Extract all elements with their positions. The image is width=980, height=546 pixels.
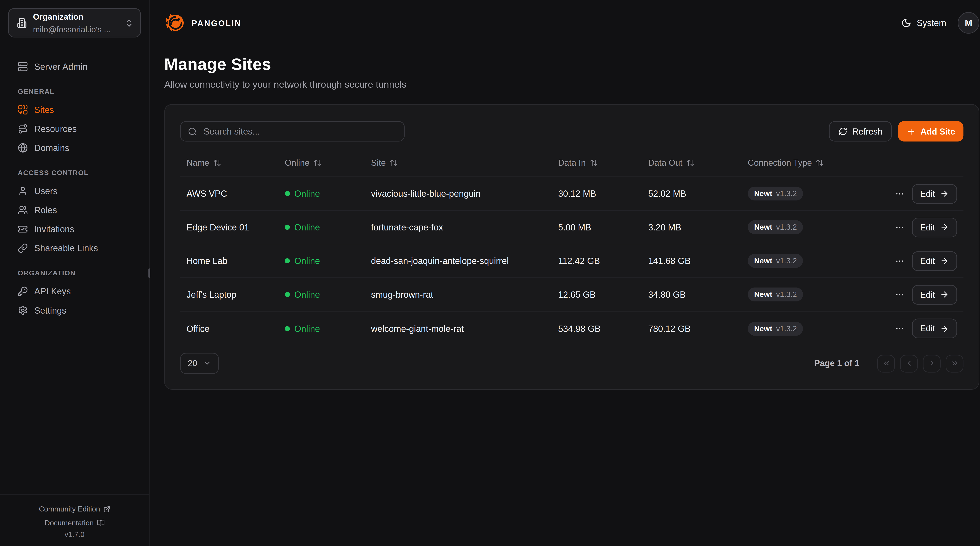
row-menu-button[interactable] bbox=[895, 290, 904, 299]
sidebar-item-api-keys[interactable]: API Keys bbox=[8, 282, 141, 301]
sidebar-item-label: Server Admin bbox=[34, 62, 88, 72]
connection-version: v1.3.2 bbox=[776, 290, 797, 299]
site-status-cell: Online bbox=[285, 323, 371, 334]
key-icon bbox=[18, 286, 28, 296]
column-header-label: Site bbox=[371, 158, 386, 167]
column-header-data-out[interactable]: Data Out bbox=[648, 158, 748, 167]
org-switcher[interactable]: Organization milo@fossorial.io's ... bbox=[8, 8, 141, 37]
sidebar-resize-handle[interactable] bbox=[148, 268, 150, 278]
community-edition-label: Community Edition bbox=[39, 505, 100, 513]
arrow-right-icon bbox=[940, 223, 949, 231]
building-icon bbox=[16, 18, 27, 28]
chevron-right-icon bbox=[928, 359, 936, 367]
add-site-button[interactable]: Add Site bbox=[898, 121, 964, 142]
refresh-button[interactable]: Refresh bbox=[829, 121, 892, 142]
table-row: Home Lab Online dead-san-joaquin-antelop… bbox=[180, 244, 963, 278]
sidebar-item-label: Domains bbox=[34, 143, 69, 153]
sites-table: Name Online Site Data In bbox=[180, 148, 963, 345]
column-header-name[interactable]: Name bbox=[186, 158, 285, 167]
connection-type-badge: Newt v1.3.2 bbox=[748, 321, 803, 335]
pangolin-logo-icon bbox=[164, 12, 186, 34]
first-page-button[interactable] bbox=[877, 354, 895, 372]
site-name-cell: AWS VPC bbox=[186, 188, 285, 199]
avatar[interactable]: M bbox=[958, 12, 979, 34]
sidebar: Organization milo@fossorial.io's ... Ser… bbox=[0, 0, 150, 546]
theme-toggle-button[interactable]: System bbox=[901, 18, 946, 28]
theme-toggle-label: System bbox=[917, 18, 946, 28]
sidebar-item-server-admin[interactable]: Server Admin bbox=[8, 57, 141, 76]
column-header-connection-type[interactable]: Connection Type bbox=[748, 158, 902, 167]
ellipsis-icon bbox=[895, 189, 904, 198]
documentation-link[interactable]: Documentation bbox=[6, 516, 143, 530]
app-window: Organization milo@fossorial.io's ... Ser… bbox=[0, 0, 980, 546]
column-header-label: Online bbox=[285, 158, 310, 167]
edit-button[interactable]: Edit bbox=[912, 318, 957, 338]
column-header-data-in[interactable]: Data In bbox=[558, 158, 648, 167]
arrow-right-icon bbox=[940, 290, 949, 299]
row-actions-cell: Edit bbox=[902, 251, 957, 271]
page-size-value: 20 bbox=[188, 359, 197, 368]
site-id-cell: dead-san-joaquin-antelope-squirrel bbox=[371, 256, 558, 266]
site-id-cell: fortunate-cape-fox bbox=[371, 222, 558, 232]
edit-button[interactable]: Edit bbox=[912, 284, 957, 304]
sidebar-item-roles[interactable]: Roles bbox=[8, 201, 141, 220]
ellipsis-icon bbox=[895, 290, 904, 299]
chevrons-right-icon bbox=[950, 359, 959, 367]
table-header-row: Name Online Site Data In bbox=[180, 148, 963, 177]
sidebar-item-resources[interactable]: Resources bbox=[8, 119, 141, 138]
next-page-button[interactable] bbox=[923, 354, 940, 372]
sidebar-item-sites[interactable]: Sites bbox=[8, 100, 141, 119]
connection-type-cell: Newt v1.3.2 bbox=[748, 187, 902, 200]
sidebar-item-domains[interactable]: Domains bbox=[8, 138, 141, 157]
ticket-check-icon bbox=[18, 224, 28, 234]
sidebar-item-label: Users bbox=[34, 186, 57, 196]
refresh-icon bbox=[838, 127, 847, 136]
logo-wordmark: PANGOLIN bbox=[191, 18, 242, 28]
row-menu-button[interactable] bbox=[895, 256, 904, 266]
site-name-cell: Office bbox=[186, 323, 285, 334]
page-size-select[interactable]: 20 bbox=[180, 353, 219, 374]
connection-version: v1.3.2 bbox=[776, 256, 797, 265]
table-row: AWS VPC Online vivacious-little-blue-pen… bbox=[180, 177, 963, 211]
edit-button[interactable]: Edit bbox=[912, 184, 957, 203]
edit-button[interactable]: Edit bbox=[912, 251, 957, 271]
row-actions-cell: Edit bbox=[902, 217, 957, 237]
sidebar-item-shareable-links[interactable]: Shareable Links bbox=[8, 239, 141, 258]
edit-button-label: Edit bbox=[920, 222, 935, 232]
globe-icon bbox=[18, 143, 28, 153]
app-logo: PANGOLIN bbox=[164, 12, 242, 34]
edit-button-label: Edit bbox=[920, 324, 935, 333]
sort-icon bbox=[313, 158, 321, 166]
arrow-right-icon bbox=[940, 189, 949, 198]
data-in-cell: 30.12 MB bbox=[558, 188, 648, 199]
column-header-site[interactable]: Site bbox=[371, 158, 558, 167]
plus-icon bbox=[907, 127, 916, 136]
refresh-button-label: Refresh bbox=[853, 127, 882, 136]
search-input[interactable] bbox=[202, 126, 398, 137]
arrow-right-icon bbox=[940, 256, 949, 265]
column-header-online[interactable]: Online bbox=[285, 158, 371, 167]
add-site-button-label: Add Site bbox=[920, 127, 955, 136]
sidebar-item-invitations[interactable]: Invitations bbox=[8, 220, 141, 239]
sidebar-item-settings[interactable]: Settings bbox=[8, 301, 141, 320]
row-menu-button[interactable] bbox=[895, 222, 904, 232]
data-out-cell: 141.68 GB bbox=[648, 256, 748, 266]
data-out-cell: 3.20 MB bbox=[648, 222, 748, 232]
row-menu-button[interactable] bbox=[895, 189, 904, 198]
search-icon bbox=[188, 127, 197, 136]
page-title: Manage Sites bbox=[164, 54, 979, 74]
pagination: Page 1 of 1 bbox=[814, 354, 963, 372]
avatar-initial: M bbox=[965, 18, 972, 28]
sidebar-item-users[interactable]: Users bbox=[8, 181, 141, 200]
last-page-button[interactable] bbox=[946, 354, 964, 372]
row-menu-button[interactable] bbox=[895, 324, 904, 333]
previous-page-button[interactable] bbox=[900, 354, 918, 372]
community-edition-link[interactable]: Community Edition bbox=[6, 502, 143, 516]
data-out-cell: 52.02 MB bbox=[648, 188, 748, 199]
topbar: PANGOLIN System M bbox=[164, 0, 979, 46]
data-in-cell: 12.65 GB bbox=[558, 289, 648, 300]
page-info: Page 1 of 1 bbox=[814, 359, 859, 368]
main-content: PANGOLIN System M Manage Sites Allow con… bbox=[150, 0, 980, 546]
edit-button[interactable]: Edit bbox=[912, 217, 957, 237]
sort-icon bbox=[816, 158, 824, 166]
